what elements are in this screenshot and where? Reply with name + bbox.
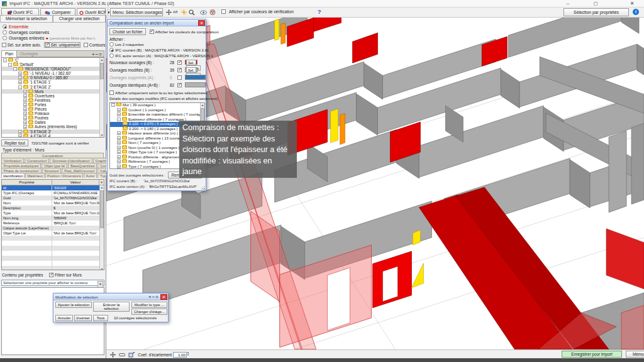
tree-expander-icon[interactable]: +: [117, 108, 121, 112]
tree-item[interactable]: +'0 NIVEAU 0 / 365.80': [2, 75, 104, 80]
property-row[interactable]: Id'302103': [2, 185, 104, 190]
selection-dialog-close-icon[interactable]: [160, 294, 167, 300]
tree-expander-icon[interactable]: +: [117, 131, 121, 135]
tree-expander-icon[interactable]: +: [23, 116, 27, 120]
tree-expander-icon[interactable]: -: [3, 58, 7, 62]
tree-expander-icon[interactable]: +: [18, 80, 22, 84]
property-tab[interactable]: 'Phase de construction': [1, 168, 42, 173]
property-tab[interactable]: 'Vérification': [1, 158, 24, 163]
filter-murs-checkbox[interactable]: [49, 273, 53, 277]
tree-zoom-tools[interactable]: +−=: [92, 52, 103, 57]
tree-item[interactable]: +Poutres: [2, 116, 104, 120]
property-tab[interactable]: Position / Dimensions: [45, 173, 83, 178]
tree-expander-icon[interactable]: -: [117, 118, 121, 121]
tree-expander-icon[interactable]: +: [117, 150, 121, 154]
tree-expander-icon[interactable]: +: [23, 99, 27, 102]
tree-item[interactable]: -'RESIDENCE "ORADOU"': [2, 67, 104, 71]
property-row[interactable]: [2, 236, 104, 241]
close-button[interactable]: [623, 0, 641, 8]
compare-dialog-close-icon[interactable]: [198, 20, 205, 26]
tree-item[interactable]: +Ouvertures: [2, 94, 104, 98]
tab-plan[interactable]: Plan: [2, 51, 17, 57]
category-visibility-checkbox[interactable]: [177, 75, 182, 80]
verif-colors-option[interactable]: Afficher par couleurs de vérification: [221, 9, 294, 14]
cancel-button[interactable]: Annuler: [55, 315, 73, 321]
property-row[interactable]: [2, 246, 104, 251]
tree-expander-icon[interactable]: +: [117, 146, 121, 150]
minimize-button[interactable]: [558, 0, 577, 8]
property-row[interactable]: Type'Mur de base:BRIQUE 7cm:1828423': [2, 211, 104, 216]
col-valeur[interactable]: Valeur: [52, 180, 99, 185]
tree-item[interactable]: -'2 ETAGE 2': [2, 85, 104, 89]
tree-expander-icon[interactable]: +: [117, 155, 121, 159]
tree-expander-icon[interactable]: +: [117, 136, 121, 140]
help-icon[interactable]: ?: [318, 9, 321, 15]
radio-enleves-control[interactable]: [3, 36, 7, 40]
resize-grip[interactable]: [201, 185, 205, 190]
tree-expander-icon[interactable]: -: [8, 63, 12, 67]
menu-selection-ouvrages-button[interactable]: Menu: Sélection ouvrages: [110, 8, 163, 16]
tree-expander-icon[interactable]: +: [23, 103, 27, 107]
tree-expander-icon[interactable]: +: [117, 165, 121, 168]
coef-spinner[interactable]: ▲▼: [187, 351, 189, 356]
property-select-combo[interactable]: Sélectionner une propriété pour afficher…: [1, 280, 104, 286]
property-row[interactable]: Nom long'586649': [2, 216, 104, 221]
sel-uniquement-checkbox[interactable]: [45, 43, 50, 47]
zoom-icon[interactable]: [189, 9, 195, 16]
tree-expander-icon[interactable]: -: [18, 85, 22, 89]
tree-item[interactable]: +Pièces: [2, 107, 104, 111]
change-floor-button[interactable]: Changer d'étage...: [131, 309, 167, 315]
tree-item[interactable]: +Fenêtres: [2, 98, 104, 102]
property-row[interactable]: [2, 261, 104, 266]
load-selection-tab[interactable]: Charger une sélection: [53, 15, 106, 23]
choose-file-button[interactable]: Choisir un fichier: [109, 28, 146, 35]
tree-expander-icon[interactable]: +: [18, 134, 22, 138]
tree-item[interactable]: +'4 ETAGE 4': [2, 134, 104, 138]
flat-view-icon[interactable]: [119, 353, 125, 357]
tree-item[interactable]: +'3 ETAGE 3': [2, 129, 104, 134]
property-row[interactable]: [2, 241, 104, 246]
render-settings-icon[interactable]: [181, 9, 187, 16]
tree-expander-icon[interactable]: +: [23, 90, 27, 94]
all-button[interactable]: Tous: [93, 315, 108, 321]
property-row[interactable]: Calque associé (LayerName): [2, 226, 104, 231]
property-tab[interactable]: 'Données d'identification': [50, 158, 92, 163]
invert-button[interactable]: Inverser: [74, 315, 92, 321]
property-tab[interactable]: 'Autre': [84, 173, 97, 178]
explode-view-icon[interactable]: [128, 353, 135, 357]
radio-ifc-current[interactable]: [109, 48, 114, 52]
category-visibility-checkbox[interactable]: [177, 83, 182, 87]
property-row[interactable]: Guid'1e_bh7OTA6hG2rNOO2ka': [2, 195, 104, 200]
tree-expander-icon[interactable]: -: [13, 67, 17, 71]
property-row[interactable]: Référence'BRIQUE 7cm': [2, 221, 104, 226]
tree-expander-icon[interactable]: +: [23, 112, 27, 116]
collapse-all-button[interactable]: Replier tout: [1, 140, 28, 146]
selection-by-properties-button[interactable]: Sélection par propriétés: [564, 8, 629, 16]
select-button[interactable]: Sel.: [186, 60, 196, 65]
tree-expander-icon[interactable]: +: [23, 121, 27, 124]
col-propriete[interactable]: Propriété: [2, 180, 52, 185]
tree-item[interactable]: +Portes: [2, 102, 104, 107]
tree-item[interactable]: -'Default': [2, 62, 104, 67]
tree-expander-icon[interactable]: +: [23, 107, 27, 111]
tree-expander-icon[interactable]: +: [117, 160, 121, 163]
pan-icon[interactable]: [110, 353, 116, 357]
save-for-import-button[interactable]: Enregistrer pour import: [562, 351, 622, 358]
contours-checkbox[interactable]: [84, 43, 88, 47]
tree-item[interactable]: +Poteaux: [2, 111, 104, 116]
plan-tree-scrollbar[interactable]: [99, 58, 104, 137]
radio-ifc-other[interactable]: [109, 53, 114, 58]
radio-ouvrages-conserves[interactable]: Ouvrages conservés: [3, 30, 49, 35]
maximize-button[interactable]: [586, 0, 605, 8]
tree-expander-icon[interactable]: +: [18, 72, 22, 75]
property-tab[interactable]: 'BaseQuantities': [68, 163, 97, 168]
tree-expander-icon[interactable]: +: [23, 94, 27, 98]
property-table-scrollbar[interactable]: [99, 185, 104, 270]
tree-item[interactable]: +'-1 NIVEAU -1 / 362.60': [2, 71, 104, 75]
tree-item[interactable]: -'C': [2, 58, 104, 62]
coef-input[interactable]: 1.00: [173, 352, 187, 358]
tree-item[interactable]: +'1 ETAGE 1': [2, 80, 104, 84]
tree-expander-icon[interactable]: -: [111, 103, 115, 107]
property-tab[interactable]: 'Construction': [25, 158, 50, 163]
remove-selection-button[interactable]: Enlever la sélection: [93, 302, 130, 312]
